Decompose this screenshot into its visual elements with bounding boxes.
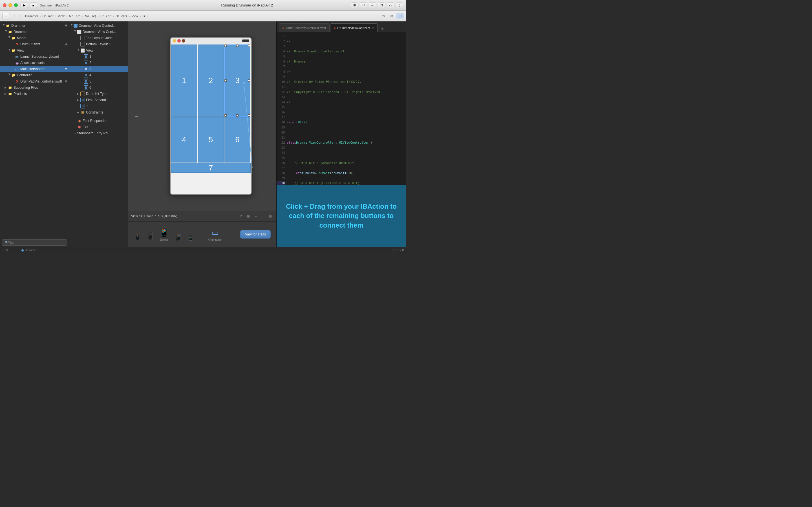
- nav-back-btn[interactable]: ‹: [11, 13, 17, 19]
- ib-btn-6[interactable]: B 6: [69, 84, 128, 91]
- sidebar-right-button[interactable]: ▯: [396, 3, 403, 8]
- device-option-small[interactable]: 📱: [187, 235, 194, 241]
- split-view-button[interactable]: ⊟: [378, 3, 385, 8]
- tree-item-drumkit[interactable]: S DrumKit.swift A: [0, 41, 69, 47]
- play-button[interactable]: ▶: [20, 3, 28, 8]
- tab-close-btn[interactable]: ×: [372, 26, 374, 30]
- tree-item-products[interactable]: ▶ 📁 Products: [0, 91, 69, 97]
- tree-item-drummer-group[interactable]: ▶ 📁 Drummer M: [0, 22, 69, 29]
- tree-item-view[interactable]: ▶ 📁 View: [0, 47, 69, 54]
- device-icon: 📱: [187, 235, 194, 241]
- ib-first-responder[interactable]: ◉ First Responder: [69, 118, 128, 124]
- filter-status-btn[interactable]: ⊟: [6, 249, 8, 252]
- device-frame: 1 2 3: [170, 37, 252, 195]
- ib-constraints[interactable]: ▶ ⊞ Constraints: [69, 109, 128, 115]
- tree-item-assets[interactable]: ◉ Assets.xcassets: [0, 60, 69, 66]
- tree-item-model[interactable]: ▶ 📁 Model: [0, 35, 69, 41]
- tree-item-main-storyboard[interactable]: ▭ Main.storyboard M: [0, 66, 69, 72]
- panel-button[interactable]: ▭: [387, 3, 394, 8]
- resize-tm[interactable]: [236, 45, 239, 47]
- error-btn[interactable]: ✕ 0: [399, 249, 404, 252]
- back-button[interactable]: ←: [369, 3, 376, 8]
- code-text[interactable]: // // DrummerViewController.swift // Dru…: [287, 32, 406, 185]
- standard-editor-btn[interactable]: ▭: [379, 13, 387, 19]
- add-status-btn[interactable]: +: [2, 249, 4, 252]
- ib-tree: ▶ Drummer View Control... ▶ ⬜ Drummer Vi…: [69, 21, 128, 247]
- minimize-button[interactable]: [8, 3, 12, 7]
- ib-label: 5: [89, 79, 91, 83]
- resize-bm[interactable]: [236, 114, 239, 117]
- drum-btn-7[interactable]: 7: [171, 163, 251, 173]
- resize-lm[interactable]: [224, 79, 227, 82]
- status-dot-yellow: [173, 39, 176, 43]
- view-as-bar: View as: iPhone 7 Plus (⌘C ⌘R) ↺ ⊞ − + ⊟: [128, 211, 276, 221]
- tree-item-drumpadvC[interactable]: S DrumPadVie...ontroller.swift M: [0, 78, 69, 84]
- resize-bl[interactable]: [224, 114, 227, 117]
- device-option-iphone-landscape[interactable]: 📱: [174, 233, 183, 241]
- tree-item-supporting[interactable]: ▶ 📁 Supporting Files: [0, 84, 69, 91]
- device-option-iphone[interactable]: 📱: [146, 231, 155, 241]
- zoom-out-btn[interactable]: −: [253, 213, 259, 219]
- ib-storyboard-entry[interactable]: → Storyboard Entry Poi...: [69, 130, 128, 136]
- xcassets-icon: ◉: [15, 61, 19, 65]
- add-tab-button[interactable]: +: [379, 25, 386, 32]
- ib-btn-3[interactable]: B 3: [69, 66, 128, 72]
- ib-btn-7[interactable]: B 7: [69, 103, 128, 109]
- device-option-iphone-small[interactable]: 📱: [134, 233, 142, 241]
- button-icon: B: [84, 79, 88, 83]
- drum-btn-1[interactable]: 1: [171, 45, 197, 117]
- aspect-ratio-btn[interactable]: ⊟: [267, 213, 273, 219]
- stop-button[interactable]: ■: [30, 3, 37, 8]
- ib-drummer-view[interactable]: ▶ ⬜ Drummer View Cont...: [69, 29, 128, 35]
- resize-tr[interactable]: [248, 45, 250, 47]
- device-option-iphone-active[interactable]: 📱 Device: [159, 227, 169, 241]
- code-editor[interactable]: 1 2 3 4 5 6 7 8 9 10 11 12 13 14: [276, 32, 406, 185]
- vary-for-traits-button[interactable]: Vary for Traits: [240, 230, 271, 238]
- resize-rm[interactable]: [248, 79, 250, 82]
- grid-button[interactable]: ⊞: [351, 3, 358, 8]
- folder-icon: 📁: [8, 92, 12, 96]
- storyboard-canvas[interactable]: →: [128, 21, 276, 211]
- ib-top-layout[interactable]: L Top Layout Guide: [69, 35, 128, 41]
- ib-drum-kit-type[interactable]: ▶ L Drum Kit Type: [69, 91, 128, 97]
- tree-arrow: ▶: [70, 24, 73, 27]
- close-button[interactable]: [3, 3, 6, 7]
- device-option-landscape[interactable]: ▭ Orientation: [208, 228, 222, 241]
- tree-item-drummer[interactable]: ▶ 📁 Drummer: [0, 29, 69, 35]
- status-center: Drummer: [21, 249, 37, 252]
- resize-br[interactable]: [248, 114, 250, 117]
- refresh-button[interactable]: ↺: [360, 3, 367, 8]
- bc-b3: B 3: [143, 14, 147, 18]
- drum-btn-6[interactable]: 6: [224, 117, 251, 162]
- drum-btn-4[interactable]: 4: [171, 117, 197, 162]
- version-editor-btn[interactable]: ⊟: [396, 13, 404, 19]
- drum-btn-2[interactable]: 2: [198, 45, 224, 117]
- drum-btn-5[interactable]: 5: [198, 117, 224, 162]
- ib-label: First Responder: [83, 119, 107, 123]
- drum-btn-3[interactable]: 3: [224, 45, 251, 117]
- zoom-in-btn[interactable]: +: [260, 213, 266, 219]
- ib-drummer-vc[interactable]: ▶ Drummer View Control...: [69, 22, 128, 29]
- grid-storyboard-btn[interactable]: ⊞: [245, 213, 252, 219]
- ib-exit[interactable]: ⬢ Exit: [69, 124, 128, 130]
- code-tab-drummervC[interactable]: S DrummerViewController ×: [330, 23, 377, 32]
- maximize-button[interactable]: [14, 3, 18, 7]
- toolbar-grid-btn[interactable]: ⊞: [2, 13, 10, 19]
- nav-forward-btn[interactable]: ›: [18, 13, 24, 19]
- resize-tl[interactable]: [224, 45, 227, 47]
- code-tab-drumpadvC[interactable]: S DrumPadViewController.swift: [279, 23, 329, 32]
- refresh-storyboard-btn[interactable]: ↺: [238, 213, 244, 219]
- warning-btn[interactable]: ⚠ 0: [393, 249, 397, 252]
- ib-view[interactable]: ▶ ⬜ View: [69, 47, 128, 54]
- ib-btn-5[interactable]: B 5: [69, 78, 128, 84]
- tree-label: View: [17, 48, 24, 52]
- tree-item-launchscreen[interactable]: ▭ LaunchScreen.storyboard: [0, 54, 69, 60]
- ib-btn-2[interactable]: B 2: [69, 60, 128, 66]
- ib-first-second[interactable]: ▶ ⊟ First, Second: [69, 97, 128, 103]
- filter-input[interactable]: [2, 239, 67, 245]
- tree-item-controller[interactable]: ▶ 📁 Controller: [0, 72, 69, 78]
- ib-btn-1[interactable]: B 1: [69, 54, 128, 60]
- ib-btn-4[interactable]: B 4: [69, 72, 128, 78]
- ib-bottom-layout[interactable]: L Bottom Layout G...: [69, 41, 128, 47]
- assistant-editor-btn[interactable]: ⧉: [388, 13, 395, 19]
